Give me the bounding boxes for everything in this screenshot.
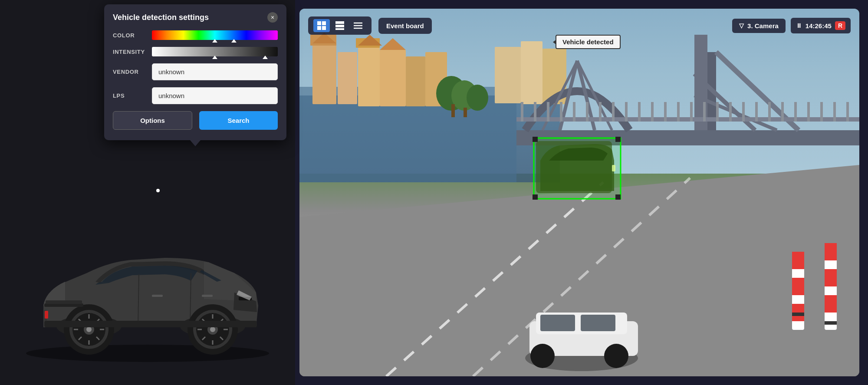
camera-feed: Vehicle detected Event board [299,9,859,376]
svg-rect-44 [358,46,380,106]
view-controls [308,16,372,35]
svg-rect-113 [825,243,837,260]
dialog-arrow [190,140,201,146]
svg-point-54 [467,85,488,111]
svg-rect-76 [586,102,589,122]
svg-rect-85 [703,102,706,122]
svg-rect-94 [820,102,823,122]
svg-rect-82 [664,102,667,122]
svg-rect-121 [615,137,621,142]
car-area [0,182,295,385]
svg-rect-74 [560,102,562,122]
time-badge: ⏸ 14:26:45 R [791,18,851,33]
rec-badge: R [835,21,845,30]
color-row: COLOR [113,30,278,40]
svg-rect-80 [638,102,641,122]
lps-input[interactable] [152,87,278,104]
svg-rect-109 [792,278,804,295]
settings-dialog: Vehicle detection settings × COLOR INTEN… [104,4,286,140]
svg-rect-84 [690,102,693,122]
svg-rect-92 [794,102,797,122]
funnel-icon: ▽ [739,22,744,29]
svg-rect-55 [451,104,455,117]
svg-rect-81 [651,102,654,122]
color-marker-2 [231,39,237,43]
intensity-marker-2 [263,56,268,59]
svg-rect-90 [768,102,771,122]
view-lines-button[interactable] [350,19,366,32]
svg-point-106 [604,344,628,368]
svg-rect-130 [335,28,344,30]
svg-rect-56 [464,108,467,117]
camera-name: 3. Camera [747,22,779,30]
pause-icon: ⏸ [796,22,802,29]
lps-label: LPS [113,92,152,99]
scene-svg [299,9,859,376]
svg-rect-79 [625,102,628,122]
svg-rect-125 [322,21,326,25]
svg-rect-127 [322,26,326,30]
svg-rect-111 [792,313,804,316]
svg-rect-34 [46,300,82,304]
svg-rect-124 [317,21,321,25]
intensity-label: INTENSITY [113,49,152,55]
svg-rect-41 [312,43,336,104]
svg-rect-71 [521,102,523,122]
svg-rect-83 [677,102,680,122]
intensity-marker-1 [212,56,217,59]
svg-rect-35 [44,321,257,327]
svg-rect-36 [152,295,163,297]
intensity-bar [152,47,278,56]
svg-rect-108 [792,252,804,269]
time-display: 14:26:45 [806,22,832,30]
svg-rect-120 [533,137,538,142]
svg-rect-128 [335,21,344,24]
svg-rect-89 [755,102,758,122]
color-slider[interactable] [152,30,278,40]
svg-point-17 [86,327,92,332]
svg-rect-116 [825,321,837,325]
svg-rect-32 [45,311,48,319]
view-list-button[interactable] [332,19,348,32]
svg-rect-123 [615,194,621,200]
svg-rect-73 [547,102,549,122]
vendor-label: VENDOR [113,69,152,75]
camera-toolbar: Event board ▽ 3. Camera ⏸ 14:26:45 R [299,16,859,35]
camera-panel: Vehicle detected Event board [299,9,859,376]
close-button[interactable]: × [267,12,278,23]
svg-rect-115 [825,295,837,313]
svg-point-30 [210,327,215,332]
svg-rect-75 [573,102,575,122]
svg-rect-103 [540,315,575,331]
lps-row: LPS [113,87,278,104]
svg-rect-57 [495,47,521,103]
vendor-input[interactable] [152,63,278,80]
intensity-slider[interactable] [152,47,278,56]
svg-rect-104 [581,315,615,331]
svg-rect-129 [335,25,344,27]
action-buttons: Options Search [113,111,278,130]
svg-point-105 [530,344,555,368]
dialog-header: Vehicle detection settings × [113,12,278,23]
svg-rect-95 [833,102,836,122]
dialog-title: Vehicle detection settings [113,13,209,22]
svg-rect-96 [846,102,849,122]
camera-info: ▽ 3. Camera ⏸ 14:26:45 R [732,18,851,33]
svg-rect-91 [781,102,784,122]
svg-rect-78 [612,102,615,122]
svg-rect-88 [742,102,745,122]
search-button[interactable]: Search [199,111,278,130]
car-svg [9,206,286,362]
event-board-button[interactable]: Event board [378,18,432,34]
svg-rect-87 [729,102,732,122]
svg-rect-119 [534,138,621,199]
view-grid-button[interactable] [313,19,330,32]
svg-rect-126 [317,26,321,30]
svg-rect-77 [599,102,602,122]
svg-rect-122 [533,194,538,200]
options-button[interactable]: Options [113,111,192,130]
svg-rect-46 [380,50,406,106]
svg-rect-33 [44,303,83,307]
svg-rect-86 [716,102,719,122]
color-marker-1 [212,39,217,43]
